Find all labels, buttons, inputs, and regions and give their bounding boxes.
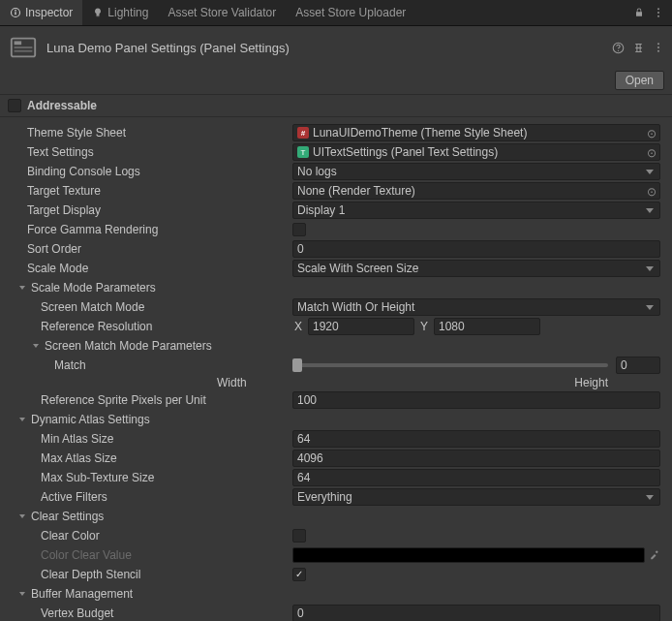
lightbulb-icon bbox=[92, 7, 104, 18]
checkbox-clear-depth-stencil[interactable] bbox=[292, 568, 306, 581]
foldout-dynamic-atlas[interactable]: Dynamic Atlas Settings bbox=[12, 413, 292, 426]
tab-validator[interactable]: Asset Store Validator bbox=[158, 0, 286, 25]
field-max-subtex[interactable]: 64 bbox=[292, 469, 660, 486]
presets-icon[interactable] bbox=[632, 42, 645, 54]
label-target-display: Target Display bbox=[12, 203, 292, 217]
slider-right-label: Height bbox=[574, 376, 608, 389]
addressable-checkbox[interactable] bbox=[8, 99, 21, 112]
svg-point-13 bbox=[657, 43, 659, 45]
object-picker-icon[interactable]: ⊙ bbox=[647, 127, 657, 140]
field-value: 64 bbox=[297, 471, 310, 484]
foldout-buffer-mgmt[interactable]: Buffer Management bbox=[12, 587, 292, 601]
open-button[interactable]: Open bbox=[615, 71, 664, 90]
info-icon bbox=[10, 7, 21, 18]
tab-label: Inspector bbox=[25, 6, 73, 19]
field-color-clear-value[interactable] bbox=[292, 547, 645, 563]
checkbox-clear-color[interactable] bbox=[292, 529, 306, 543]
field-max-atlas[interactable]: 4096 bbox=[292, 450, 660, 467]
field-value: 100 bbox=[297, 393, 317, 407]
field-target-texture[interactable]: None (Render Texture) ⊙ bbox=[292, 182, 660, 200]
tab-lighting[interactable]: Lighting bbox=[82, 0, 158, 25]
addressable-row: Addressable bbox=[0, 94, 672, 117]
field-value: Display 1 bbox=[297, 203, 345, 217]
svg-point-5 bbox=[657, 12, 659, 14]
label-match: Match bbox=[12, 358, 292, 372]
svg-rect-10 bbox=[15, 50, 33, 52]
field-ref-sprite-pixels[interactable]: 100 bbox=[292, 391, 660, 409]
tab-inspector[interactable]: Inspector bbox=[0, 0, 82, 25]
field-scale-mode[interactable]: Scale With Screen Size bbox=[292, 260, 660, 277]
field-value: 0 bbox=[621, 358, 627, 372]
svg-rect-1 bbox=[15, 12, 16, 15]
y-label: Y bbox=[418, 320, 430, 333]
slider-left-label: Width bbox=[217, 376, 247, 389]
label-vertex-budget: Vertex Budget bbox=[12, 606, 292, 620]
label-ref-sprite-pixels: Reference Sprite Pixels per Unit bbox=[12, 393, 292, 407]
chevron-down-icon bbox=[17, 589, 27, 599]
foldout-label: Scale Mode Parameters bbox=[31, 281, 156, 295]
label-text-settings: Text Settings bbox=[12, 145, 292, 159]
eyedropper-icon[interactable] bbox=[649, 548, 660, 563]
label-max-subtex: Max Sub-Texture Size bbox=[12, 471, 292, 484]
label-screen-match-mode: Screen Match Mode bbox=[12, 300, 292, 314]
help-icon[interactable] bbox=[612, 42, 625, 54]
field-ref-res-y[interactable]: 1080 bbox=[434, 318, 540, 335]
kebab-icon[interactable] bbox=[653, 7, 664, 18]
slider-thumb[interactable] bbox=[292, 358, 302, 372]
field-active-filters[interactable]: Everything bbox=[292, 488, 660, 506]
label-min-atlas: Min Atlas Size bbox=[12, 432, 292, 446]
field-value: None (Render Texture) bbox=[297, 184, 415, 198]
tab-label: Lighting bbox=[107, 6, 148, 19]
foldout-screen-match-params[interactable]: Screen Match Mode Parameters bbox=[12, 339, 292, 353]
kebab-icon[interactable] bbox=[653, 42, 664, 53]
field-value: 0 bbox=[297, 606, 304, 620]
svg-point-12 bbox=[618, 49, 619, 50]
label-target-texture: Target Texture bbox=[12, 184, 292, 198]
label-force-gamma: Force Gamma Rendering bbox=[12, 223, 292, 236]
field-ref-res-x[interactable]: 1920 bbox=[308, 318, 414, 335]
svg-point-15 bbox=[657, 50, 659, 52]
field-match-value[interactable]: 0 bbox=[616, 357, 660, 374]
label-clear-color: Clear Color bbox=[12, 529, 292, 543]
tab-uploader[interactable]: Asset Store Uploader bbox=[286, 0, 415, 25]
object-picker-icon[interactable]: ⊙ bbox=[647, 185, 657, 199]
label-max-atlas: Max Atlas Size bbox=[12, 451, 292, 465]
label-reference-resolution: Reference Resolution bbox=[12, 320, 292, 333]
asset-icon bbox=[8, 32, 39, 63]
foldout-label: Buffer Management bbox=[31, 587, 133, 601]
foldout-label: Dynamic Atlas Settings bbox=[31, 413, 150, 426]
chevron-down-icon bbox=[17, 512, 27, 521]
label-binding-console-logs: Binding Console Logs bbox=[12, 165, 292, 178]
foldout-clear-settings[interactable]: Clear Settings bbox=[12, 510, 292, 523]
foldout-label: Clear Settings bbox=[31, 510, 104, 523]
field-min-atlas[interactable]: 64 bbox=[292, 430, 660, 448]
label-active-filters: Active Filters bbox=[12, 490, 292, 504]
field-value: LunaUIDemoTheme (Theme Style Sheet) bbox=[313, 126, 527, 140]
field-sort-order[interactable]: 0 bbox=[292, 240, 660, 258]
tab-label: Asset Store Uploader bbox=[295, 6, 406, 19]
foldout-scale-mode-params[interactable]: Scale Mode Parameters bbox=[12, 281, 292, 295]
svg-rect-8 bbox=[15, 41, 22, 45]
field-value: 1080 bbox=[439, 320, 465, 333]
field-vertex-budget[interactable]: 0 bbox=[292, 605, 660, 621]
field-value: 0 bbox=[297, 242, 304, 256]
object-picker-icon[interactable]: ⊙ bbox=[647, 146, 657, 160]
tab-label: Asset Store Validator bbox=[168, 6, 276, 19]
svg-rect-3 bbox=[97, 16, 100, 16]
field-theme-style-sheet[interactable]: # LunaUIDemoTheme (Theme Style Sheet) ⊙ bbox=[292, 124, 660, 141]
checkbox-force-gamma[interactable] bbox=[292, 223, 306, 236]
text-settings-icon: T bbox=[297, 146, 309, 158]
label-color-clear-value: Color Clear Value bbox=[12, 548, 292, 562]
field-screen-match-mode[interactable]: Match Width Or Height bbox=[292, 298, 660, 316]
foldout-label: Screen Match Mode Parameters bbox=[45, 339, 212, 353]
field-text-settings[interactable]: T UITextSettings (Panel Text Settings) ⊙ bbox=[292, 143, 660, 161]
lock-icon[interactable] bbox=[633, 7, 645, 18]
field-value: 4096 bbox=[297, 451, 323, 465]
label-scale-mode: Scale Mode bbox=[12, 262, 292, 275]
field-binding-console-logs[interactable]: No logs bbox=[292, 163, 660, 180]
chevron-down-icon bbox=[17, 283, 27, 293]
slider-match[interactable] bbox=[292, 363, 608, 367]
chevron-down-icon bbox=[31, 341, 41, 351]
svg-point-4 bbox=[657, 8, 659, 10]
field-target-display[interactable]: Display 1 bbox=[292, 202, 660, 219]
